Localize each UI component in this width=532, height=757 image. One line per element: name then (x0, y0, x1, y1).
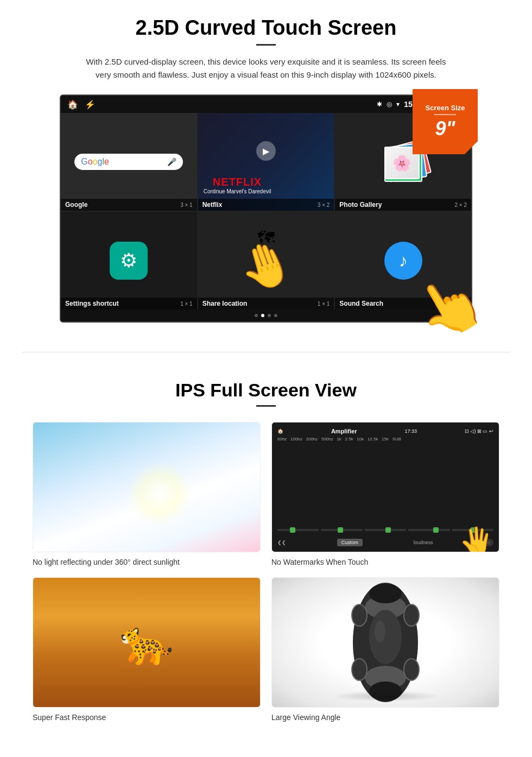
feature-caption-1: No light reflecting under 360° direct su… (33, 558, 261, 566)
feature-caption-2: No Watermarks When Touch (271, 558, 499, 566)
eq-hand-icon: 🖐 (460, 526, 493, 552)
sound-search-icon: ♪ (384, 242, 422, 280)
features-grid: No light reflecting under 360° direct su… (33, 422, 499, 722)
section1-description: With 2.5D curved-display screen, this de… (81, 55, 451, 81)
feature-caption-4: Large Viewing Angle (271, 713, 499, 722)
wifi-icon: ▾ (396, 100, 400, 108)
settings-size: 1 × 1 (180, 301, 193, 307)
app-cell-netflix[interactable]: ▶ NETFLIX Continue Marvel's Daredevil Ne… (198, 113, 334, 211)
google-size: 3 × 1 (180, 202, 193, 208)
usb-icon: ⚡ (85, 99, 96, 110)
app-grid: Google 🎤 Google 3 × 1 ▶ NETFLIX (61, 113, 471, 310)
feature-image-4 (271, 577, 499, 708)
feature-card-2: 🏠 Amplifier 17:33 ⊡ ◁) ⊠ ▭ ↩ 60hz 100hz … (271, 422, 499, 566)
ips-title-divider (256, 405, 276, 407)
car-svg (337, 577, 434, 708)
google-logo: Google (81, 157, 109, 167)
feature-image-2: 🏠 Amplifier 17:33 ⊡ ◁) ⊠ ▭ ↩ 60hz 100hz … (271, 422, 499, 552)
eq-bars (277, 444, 493, 537)
badge-size: 9" (435, 117, 455, 140)
netflix-name: Netflix (202, 201, 223, 209)
nav-dots (61, 310, 471, 321)
settings-name: Settings shortcut (65, 300, 119, 307)
eq-custom-button[interactable]: Custom (337, 539, 363, 546)
section-curved-screen: 2.5D Curved Touch Screen With 2.5D curve… (0, 0, 532, 336)
eq-slider-3[interactable] (365, 529, 406, 531)
eq-slider-1[interactable] (277, 529, 319, 531)
svg-point-10 (375, 621, 385, 642)
eq-nav-arrows[interactable]: ❮❮ (277, 540, 286, 545)
screen-size-badge: Screen Size 9" (413, 89, 478, 154)
eq-slider-4[interactable] (408, 529, 449, 531)
feature-image-3: 🐆 (33, 577, 261, 708)
badge-label: Screen Size (426, 104, 465, 112)
app-cell-google[interactable]: Google 🎤 Google 3 × 1 (61, 113, 197, 211)
svg-point-7 (352, 659, 367, 680)
location-icon: ◎ (387, 100, 392, 108)
share-name: Share location (202, 300, 248, 307)
feature-card-1: No light reflecting under 360° direct su… (33, 422, 261, 566)
status-left: 🏠 ⚡ (67, 99, 96, 110)
gallery-name: Photo Gallery (339, 201, 382, 209)
share-size: 1 × 1 (318, 301, 330, 307)
bluetooth-icon: ✱ (377, 100, 382, 108)
google-label: Google 3 × 1 (61, 199, 197, 211)
app-cell-sound[interactable]: ♪ Sound Search 1 × 1 (335, 212, 471, 310)
netflix-overlay: NETFLIX Continue Marvel's Daredevil (204, 176, 271, 194)
eq-handle-1[interactable] (290, 527, 295, 533)
gallery-size: 2 × 2 (454, 202, 467, 208)
settings-icon: ⚙ (110, 242, 148, 280)
feature-card-4: Large Viewing Angle (271, 577, 499, 722)
netflix-label: Netflix 3 × 2 (198, 199, 334, 211)
screen-mockup-wrapper: Screen Size 9" 🏠 ⚡ ✱ ◎ ▾ 15:06 ⊡ ◁) ⊠ (60, 94, 472, 323)
section1-title: 2.5D Curved Touch Screen (33, 16, 499, 40)
svg-point-9 (369, 610, 402, 664)
sun-glow (127, 461, 192, 526)
section2-title: IPS Full Screen View (33, 380, 499, 401)
eq-home-icon: 🏠 (277, 428, 283, 434)
home-icon[interactable]: 🏠 (67, 99, 78, 110)
sound-label: Sound Search 1 × 1 (335, 298, 471, 310)
app-cell-share[interactable]: 🗺 🤚 Share location 1 × 1 (198, 212, 334, 310)
hand-gesture-icon: 🤚 (232, 233, 300, 300)
gallery-label: Photo Gallery 2 × 2 (335, 199, 471, 211)
eq-handle-3[interactable] (385, 527, 391, 533)
svg-point-3 (369, 584, 402, 603)
svg-point-6 (404, 604, 419, 626)
eq-slider-2[interactable] (321, 529, 362, 531)
nav-dot-3 (268, 314, 271, 317)
netflix-logo: NETFLIX (204, 176, 271, 188)
google-name: Google (65, 201, 87, 209)
svg-point-5 (352, 604, 367, 626)
car-background (272, 578, 499, 707)
netflix-subtitle: Continue Marvel's Daredevil (204, 188, 271, 194)
eq-handle-2[interactable] (338, 527, 343, 533)
badge-divider (434, 114, 456, 115)
eq-loudness-label: loudness (414, 540, 433, 545)
feature-image-1 (33, 422, 261, 552)
sound-name: Sound Search (339, 300, 383, 307)
section-divider (22, 352, 510, 352)
eq-amplifier-label: Amplifier (331, 428, 357, 434)
eq-icons: ⊡ ◁) ⊠ ▭ ↩ (465, 428, 493, 434)
google-mic-icon[interactable]: 🎤 (167, 157, 176, 166)
status-bar: 🏠 ⚡ ✱ ◎ ▾ 15:06 ⊡ ◁) ⊠ ▭ (61, 96, 471, 113)
netflix-size: 3 × 2 (318, 202, 330, 208)
eq-time: 17:33 (405, 428, 417, 434)
netflix-play-button[interactable]: ▶ (256, 141, 276, 161)
car-shadow (331, 691, 440, 702)
nav-dot-2 (261, 314, 264, 317)
svg-point-8 (404, 659, 419, 680)
eq-handle-4[interactable] (433, 527, 439, 533)
nav-dot-1 (255, 314, 258, 317)
eq-screen: 🏠 Amplifier 17:33 ⊡ ◁) ⊠ ▭ ↩ 60hz 100hz … (272, 422, 499, 552)
cheetah-background: 🐆 (33, 578, 260, 707)
cheetah-emoji: 🐆 (119, 617, 174, 668)
app-cell-settings[interactable]: ⚙ Settings shortcut 1 × 1 (61, 212, 197, 310)
netflix-bg: ▶ (198, 113, 334, 211)
title-divider (256, 44, 276, 46)
google-search-bar[interactable]: Google 🎤 (74, 154, 183, 170)
share-label: Share location 1 × 1 (198, 298, 334, 310)
settings-label: Settings shortcut 1 × 1 (61, 298, 197, 310)
sound-size: 1 × 1 (454, 301, 467, 307)
